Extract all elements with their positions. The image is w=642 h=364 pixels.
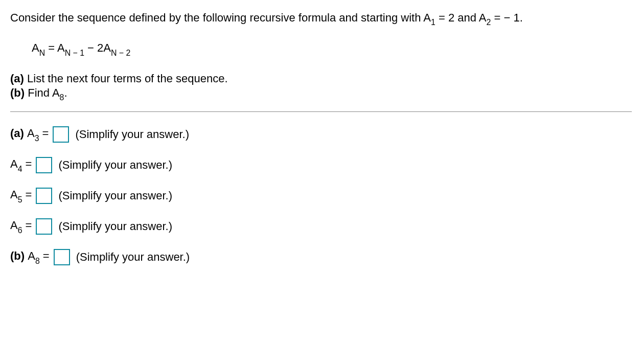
answer-sub: 6	[18, 226, 22, 235]
answer-input-a3[interactable]	[53, 126, 69, 143]
part-a-text: List the next four terms of the sequence…	[24, 72, 228, 85]
answer-part-label: (a)	[10, 127, 27, 140]
answer-part-label: (b)	[10, 249, 28, 262]
formula-rhs2-sub: N − 2	[111, 49, 130, 57]
answer-label: (a) A3 =	[10, 127, 49, 142]
answer-equals: =	[40, 249, 50, 262]
answer-hint: (Simplify your answer.)	[58, 220, 172, 233]
intro-sub1: 1	[431, 18, 435, 27]
answer-sub: 8	[35, 257, 40, 265]
part-a: (a) List the next four terms of the sequ…	[10, 72, 632, 85]
answer-var: A	[27, 127, 35, 140]
answer-sub: 4	[18, 165, 22, 173]
answer-hint: (Simplify your answer.)	[75, 128, 189, 141]
recursive-formula: AN = AN − 1 − 2AN − 2	[32, 41, 632, 56]
formula-lhs-sub: N	[39, 49, 45, 57]
answer-equals: =	[22, 219, 32, 232]
answer-equals: =	[22, 188, 32, 201]
answer-var: A	[28, 249, 35, 262]
part-b-label: (b)	[10, 86, 25, 99]
answer-row-3: (a) A3 =(Simplify your answer.)	[10, 126, 632, 143]
part-b-text: Find A	[25, 86, 59, 99]
answer-row-4: A4 =(Simplify your answer.)	[10, 157, 632, 173]
intro-sub2: 2	[487, 18, 491, 27]
formula-eq: = A	[45, 41, 65, 54]
answer-equals: =	[22, 157, 32, 170]
answer-row-6: A6 =(Simplify your answer.)	[10, 218, 632, 235]
answer-label: (b) A8 =	[10, 249, 50, 264]
part-b-sub: 8	[60, 93, 64, 102]
answer-row-8: (b) A8 =(Simplify your answer.)	[10, 249, 632, 265]
answer-input-a8[interactable]	[54, 249, 70, 265]
intro-mid1: = 2 and A	[435, 11, 487, 24]
answer-input-a4[interactable]	[36, 157, 52, 173]
formula-minus: − 2A	[84, 41, 111, 54]
answer-var: A	[10, 188, 18, 201]
answer-var: A	[10, 219, 18, 232]
answer-label: A4 =	[10, 157, 32, 172]
part-a-label: (a)	[10, 72, 24, 85]
answer-equals: =	[39, 127, 49, 140]
intro-prefix: Consider the sequence defined by the fol…	[10, 11, 431, 24]
formula-rhs1-sub: N − 1	[65, 49, 84, 57]
answer-sub: 5	[18, 195, 22, 204]
formula-lhs-a: A	[32, 41, 39, 54]
answer-input-a5[interactable]	[36, 188, 52, 204]
answer-label: A6 =	[10, 219, 32, 234]
answer-hint: (Simplify your answer.)	[58, 189, 172, 202]
divider	[10, 111, 632, 112]
answer-row-5: A5 =(Simplify your answer.)	[10, 188, 632, 204]
intro-text: Consider the sequence defined by the fol…	[10, 11, 632, 26]
question-parts: (a) List the next four terms of the sequ…	[10, 72, 632, 101]
answer-hint: (Simplify your answer.)	[58, 158, 172, 172]
part-b: (b) Find A8.	[10, 86, 632, 101]
answer-hint: (Simplify your answer.)	[76, 251, 190, 264]
answer-label: A5 =	[10, 188, 32, 203]
intro-suffix: = − 1.	[491, 11, 522, 24]
answer-input-a6[interactable]	[36, 218, 52, 235]
answer-sub: 3	[35, 134, 39, 143]
part-b-end: .	[64, 86, 67, 99]
answer-var: A	[10, 157, 18, 170]
